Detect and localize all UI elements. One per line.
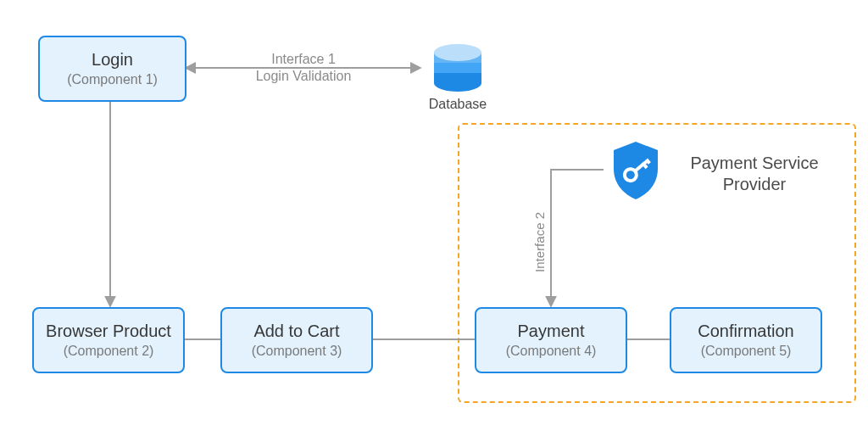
component-add-to-cart: Add to Cart (Component 3) [220, 307, 373, 373]
component-cart-subtitle: (Component 3) [252, 343, 342, 359]
component-browser-title: Browser Product [46, 321, 171, 341]
svg-point-6 [434, 44, 481, 61]
component-confirm-subtitle: (Component 5) [701, 343, 792, 359]
component-cart-title: Add to Cart [253, 321, 339, 341]
component-payment: Payment (Component 4) [475, 307, 627, 373]
psp-label: Payment Service Provider [678, 153, 831, 195]
component-browser-product: Browser Product (Component 2) [32, 307, 185, 373]
component-login-subtitle: (Component 1) [67, 71, 158, 87]
component-login-title: Login [92, 49, 133, 70]
interface1-line1: Interface 1 [219, 51, 388, 68]
component-login: Login (Component 1) [38, 36, 186, 102]
component-payment-title: Payment [518, 321, 585, 341]
psp-line2: Provider [678, 174, 831, 195]
psp-line1: Payment Service [678, 153, 831, 174]
database-label: Database [420, 96, 496, 113]
interface2-label: Interface 2 [532, 212, 547, 272]
interface1-line2: Login Validation [219, 68, 388, 85]
component-confirm-title: Confirmation [698, 321, 793, 341]
component-payment-subtitle: (Component 4) [506, 343, 597, 359]
interface1-label: Interface 1 Login Validation [219, 51, 388, 85]
component-confirmation: Confirmation (Component 5) [670, 307, 822, 373]
database-icon [428, 42, 487, 93]
component-browser-subtitle: (Component 2) [64, 343, 154, 359]
shield-key-icon [609, 140, 663, 201]
